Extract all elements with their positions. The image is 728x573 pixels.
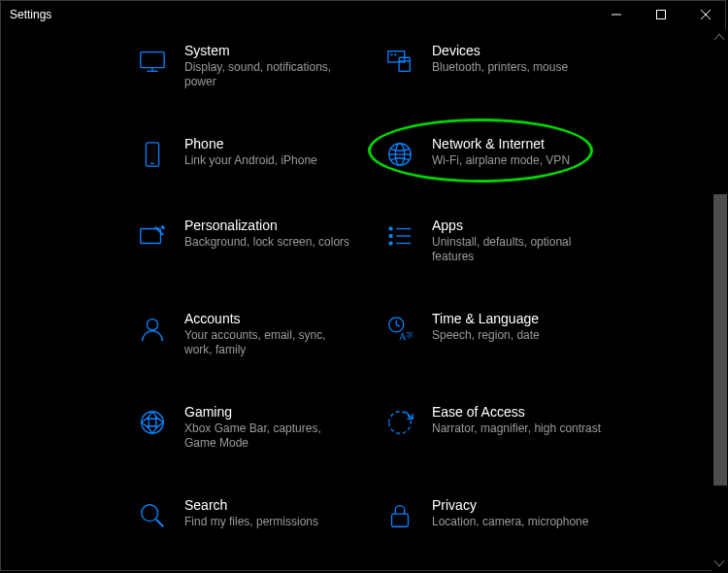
scroll-down-button[interactable] — [711, 556, 727, 571]
svg-rect-7 — [388, 51, 405, 62]
svg-line-32 — [406, 412, 414, 420]
category-desc: Find my files, permissions — [184, 515, 318, 529]
devices-icon — [383, 45, 416, 78]
category-title: Network & Internet — [432, 136, 570, 152]
system-icon — [136, 45, 169, 78]
category-privacy[interactable]: Privacy Location, camera, microphone — [383, 497, 631, 532]
accounts-icon — [136, 313, 169, 346]
category-title: Personalization — [184, 218, 349, 233]
category-system[interactable]: System Display, sound, notifications, po… — [136, 43, 383, 89]
category-desc: Uninstall, defaults, optional features — [432, 235, 602, 264]
category-apps[interactable]: Apps Uninstall, defaults, optional featu… — [383, 218, 631, 264]
search-icon — [136, 499, 169, 532]
svg-rect-21 — [389, 234, 393, 238]
category-ease-of-access[interactable]: Ease of Access Narrator, magnifier, high… — [383, 404, 631, 451]
category-title: Time & Language — [432, 311, 540, 326]
svg-rect-23 — [389, 242, 393, 246]
network-icon — [383, 138, 416, 171]
category-desc: Display, sound, notifications, power — [184, 60, 354, 89]
svg-rect-35 — [392, 514, 409, 526]
category-search[interactable]: Search Find my files, permissions — [136, 497, 383, 532]
content-area: System Display, sound, notifications, po… — [0, 29, 728, 571]
category-accounts[interactable]: Accounts Your accounts, email, sync, wor… — [136, 311, 383, 357]
category-time-language[interactable]: A字 Time & Language Speech, region, date — [383, 311, 631, 357]
category-title: Phone — [184, 136, 317, 152]
personalization-icon — [136, 219, 169, 253]
category-title: Ease of Access — [432, 404, 601, 420]
time-language-icon: A字 — [383, 313, 416, 346]
svg-rect-17 — [141, 229, 161, 244]
category-desc: Your accounts, email, sync, work, family — [184, 328, 354, 357]
category-personalization[interactable]: Personalization Background, lock screen,… — [136, 218, 383, 264]
category-title: Apps — [432, 218, 602, 233]
svg-rect-12 — [146, 143, 158, 166]
gaming-icon — [136, 406, 169, 439]
category-desc: Wi-Fi, airplane mode, VPN — [432, 153, 570, 168]
category-gaming[interactable]: Gaming Xbox Game Bar, captures, Game Mod… — [136, 404, 383, 451]
category-title: Privacy — [432, 497, 588, 513]
chevron-up-icon — [714, 34, 724, 40]
category-desc: Bluetooth, printers, mouse — [432, 60, 568, 75]
svg-point-11 — [395, 54, 396, 55]
svg-point-25 — [147, 320, 157, 330]
category-title: Devices — [432, 43, 568, 58]
category-network[interactable]: Network & Internet Wi-Fi, airplane mode,… — [383, 136, 631, 171]
category-phone[interactable]: Phone Link your Android, iPhone — [136, 136, 383, 171]
scroll-up-button[interactable] — [711, 29, 727, 45]
phone-icon — [136, 138, 169, 171]
category-title: Gaming — [184, 404, 354, 420]
svg-rect-19 — [389, 227, 393, 231]
settings-grid: System Display, sound, notifications, po… — [136, 43, 699, 532]
privacy-icon — [383, 499, 416, 532]
category-desc: Background, lock screen, colors — [184, 235, 349, 250]
category-title: System — [184, 43, 354, 58]
svg-point-10 — [391, 54, 392, 55]
category-title: Accounts — [184, 311, 354, 326]
svg-text:字: 字 — [406, 330, 414, 340]
category-title: Search — [184, 497, 318, 513]
svg-rect-4 — [141, 52, 164, 68]
scrollbar-thumb[interactable] — [713, 194, 727, 486]
category-devices[interactable]: Devices Bluetooth, printers, mouse — [383, 43, 631, 89]
category-desc: Link your Android, iPhone — [184, 153, 317, 168]
svg-point-33 — [142, 505, 158, 522]
chevron-down-icon — [714, 560, 724, 566]
svg-line-28 — [396, 324, 400, 326]
category-desc: Narrator, magnifier, high contrast — [432, 421, 601, 436]
svg-line-34 — [156, 520, 164, 527]
category-desc: Xbox Game Bar, captures, Game Mode — [184, 421, 354, 451]
svg-point-31 — [142, 412, 164, 434]
category-desc: Location, camera, microphone — [432, 515, 588, 529]
ease-of-access-icon — [383, 406, 416, 439]
category-desc: Speech, region, date — [432, 328, 540, 343]
apps-icon — [383, 219, 416, 253]
